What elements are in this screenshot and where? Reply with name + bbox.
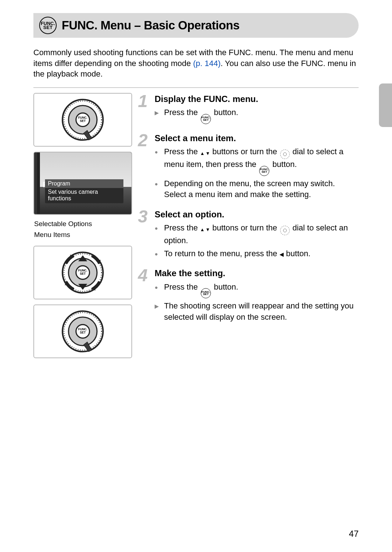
step-bullet: ▶The shooting screen will reappear and t… xyxy=(155,300,359,323)
step-number: 3 xyxy=(138,205,148,229)
bullet-icon: ● xyxy=(155,180,158,188)
funcset-icon: FUNC. SET xyxy=(39,17,57,34)
step-bullet: ●Press the buttons or turn the dial to s… xyxy=(155,222,359,246)
step-bullet: ▶Press the FUNC.SET button. xyxy=(155,107,359,124)
step-title: Display the FUNC. menu. xyxy=(155,93,359,105)
funcset-icon: FUNC.SET xyxy=(259,166,269,176)
illus-menu-screen: P Program Set various camera functions xyxy=(33,152,132,215)
page-header: FUNC. SET FUNC. Menu – Basic Operations xyxy=(33,13,359,38)
control-dial-icon xyxy=(280,226,290,235)
svg-text:FUNC.: FUNC. xyxy=(78,269,87,272)
svg-text:SET: SET xyxy=(80,331,86,335)
step-block: 2Select a menu item.●Press the buttons o… xyxy=(139,132,359,200)
page-ref-link[interactable]: (p. 144) xyxy=(193,59,221,68)
illus-turn-dial: FUNC. SET xyxy=(33,246,132,299)
bullet-icon: ▶ xyxy=(155,109,159,117)
svg-text:SET: SET xyxy=(80,119,86,123)
illus-press-funcset-2: FUNC. SET xyxy=(33,304,132,358)
step-bullet: ●Press the buttons or turn the dial to s… xyxy=(155,146,359,176)
bullet-icon: ● xyxy=(155,148,158,156)
intro-text: Commonly used shooting functions can be … xyxy=(33,47,359,79)
caption-menu-items: Menu Items xyxy=(34,230,132,240)
step-title: Select an option. xyxy=(155,208,359,220)
caption-selectable-options: Selectable Options xyxy=(34,219,132,229)
bullet-icon: ● xyxy=(155,284,158,291)
funcset-icon: FUNC.SET xyxy=(201,114,211,124)
svg-text:SET: SET xyxy=(80,273,86,276)
svg-text:FUNC.: FUNC. xyxy=(78,116,87,119)
bullet-icon: ● xyxy=(155,225,158,232)
svg-text:FUNC.: FUNC. xyxy=(78,328,87,331)
funcset-icon: FUNC.SET xyxy=(201,288,211,298)
instruction-column: 1Display the FUNC. menu.▶Press the FUNC.… xyxy=(139,93,359,331)
illus-press-funcset: FUNC. SET xyxy=(33,93,132,147)
control-dial-icon xyxy=(280,150,290,159)
step-number: 2 xyxy=(138,128,148,152)
step-bullet: ●Press the FUNC.SET button. xyxy=(155,282,359,299)
step-bullet: ●To return to the menu, press the button… xyxy=(155,248,359,259)
section-tab xyxy=(379,83,392,127)
page-title: FUNC. Menu – Basic Operations xyxy=(62,19,240,32)
control-dial-turn-icon: FUNC. SET xyxy=(60,250,105,295)
step-block: 3Select an option.●Press the buttons or … xyxy=(139,208,359,259)
step-block: 4Make the setting.●Press the FUNC.SET bu… xyxy=(139,267,359,323)
step-bullet: ●Depending on the menu, the screen may s… xyxy=(155,178,359,200)
step-title: Make the setting. xyxy=(155,267,359,279)
control-dial-icon: FUNC. SET xyxy=(60,97,105,142)
step-block: 1Display the FUNC. menu.▶Press the FUNC.… xyxy=(139,93,359,124)
step-number: 4 xyxy=(138,263,148,287)
step-title: Select a menu item. xyxy=(155,132,359,144)
page-number: 47 xyxy=(349,529,359,539)
bullet-icon: ▶ xyxy=(155,303,159,310)
bullet-icon: ● xyxy=(155,250,158,258)
up-down-icon xyxy=(200,223,210,234)
up-down-icon xyxy=(200,147,210,158)
step-number: 1 xyxy=(138,89,148,113)
divider xyxy=(33,87,359,88)
control-dial-icon: FUNC. SET xyxy=(60,309,105,354)
left-arrow-icon xyxy=(279,248,284,259)
illustration-column: FUNC. SET P Program Set various camera f… xyxy=(33,93,132,363)
